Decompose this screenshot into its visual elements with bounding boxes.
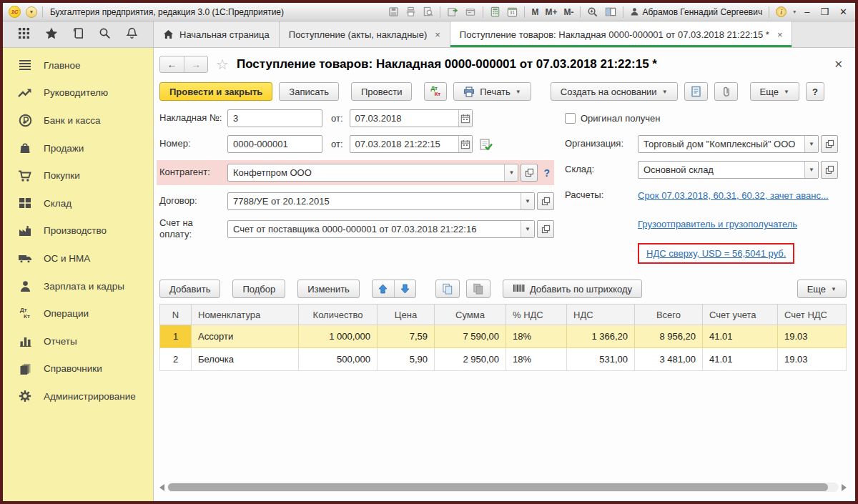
history-icon[interactable] [72,27,84,41]
scroll-right-arrow[interactable] [842,484,847,491]
sidebar-item-fixed-assets[interactable]: ОС и НМА [3,244,153,272]
open-payment-invoice-button[interactable] [537,220,554,238]
memory-recall-button[interactable]: М [531,7,538,17]
dropdown-chevron-icon[interactable]: ▼ [521,221,534,237]
sidebar-item-production[interactable]: Производство [3,217,153,245]
sidebar-item-bank-cash[interactable]: Банк и касса [3,107,153,134]
cell-total[interactable]: 3 481,00 [635,348,703,371]
sidebar-item-manager[interactable]: Руководителю [3,79,153,107]
table-row[interactable]: 2 Белочка 500,000 5,90 2 950,00 18% 531,… [160,348,847,371]
cell-amount[interactable]: 2 950,00 [435,348,506,371]
sidebar-item-sales[interactable]: Продажи [3,134,153,162]
zoom-icon[interactable] [587,6,598,18]
post-and-close-button[interactable]: Провести и закрыть [159,82,272,101]
close-window-button[interactable]: ✕ [837,6,849,17]
vat-settings-link[interactable]: НДС сверху, USD = 56,5041 руб. [646,248,786,259]
calendar-icon[interactable]: 31 [507,6,518,17]
original-received-checkbox[interactable] [565,113,576,124]
consignor-consignee-link[interactable]: Грузоотправитель и грузополучатель [638,219,797,229]
cell-vat[interactable]: 1 366,20 [567,325,635,348]
cell-account[interactable]: 41.01 [703,325,778,348]
move-up-button[interactable] [373,280,394,297]
back-button[interactable]: ← [160,56,184,72]
save-icon[interactable] [388,6,399,17]
calendar-picker-icon[interactable] [458,110,472,127]
calendar-picker-icon[interactable] [458,136,472,152]
dropdown-chevron-icon[interactable]: ▼ [504,164,518,181]
print-preview-icon[interactable] [423,6,433,17]
cell-vat-account[interactable]: 19.03 [778,348,847,371]
table-row[interactable]: 1 Ассорти 1 000,000 7,59 7 590,00 18% 1 … [160,325,847,348]
scrollbar-thumb[interactable] [168,483,828,491]
scrollbar-track[interactable] [167,483,839,492]
send-document-icon[interactable] [447,6,458,17]
dropdown-chevron-icon[interactable]: ▼ [804,136,818,152]
main-menu-button[interactable]: ▼ [26,6,37,18]
print-button[interactable]: Печать▼ [453,82,531,101]
sidebar-item-operations[interactable]: ДтКт Операции [3,300,153,327]
cell-total[interactable]: 8 956,20 [635,325,703,348]
sidebar-item-purchases[interactable]: Покупки [3,162,153,189]
more-button[interactable]: Еще▼ [750,82,799,101]
datetime-input[interactable]: 07.03.2018 21:22:15 [350,136,458,152]
memory-subtract-button[interactable]: М- [563,7,573,17]
create-based-on-button[interactable]: Создать на основании▼ [551,82,678,101]
contract-input[interactable]: 7788/УЕ от 20.12.2015 [228,193,521,209]
cell-vat-percent[interactable]: 18% [506,325,567,348]
memory-add-button[interactable]: М+ [545,7,557,17]
move-down-button[interactable] [394,280,415,297]
favorites-star-icon[interactable] [45,27,58,41]
calculator-icon[interactable] [490,6,500,17]
sidebar-item-warehouse[interactable]: Склад [3,189,153,217]
maximize-button[interactable]: ❒ [818,6,831,17]
notifications-bell-icon[interactable] [126,27,138,41]
post-button[interactable]: Провести [351,82,413,101]
scroll-left-arrow[interactable] [159,484,164,491]
close-tab-icon[interactable]: × [435,29,440,40]
sidebar-item-administration[interactable]: Администрирование [3,382,153,410]
minimize-button[interactable]: – [802,6,812,17]
search-icon[interactable] [99,27,111,41]
cell-quantity[interactable]: 1 000,000 [299,325,378,348]
sidebar-item-main[interactable]: Главное [3,51,153,79]
settlements-link[interactable]: Срок 07.03.2018, 60.31, 60.32, зачет ава… [638,190,829,201]
save-button[interactable]: Записать [279,82,339,101]
attachments-button[interactable] [714,82,738,101]
counterparty-input[interactable]: Конфетпром ООО [228,164,504,181]
dt-kt-button[interactable]: ДтКт [424,82,447,101]
reports-button[interactable] [684,82,708,101]
items-more-button[interactable]: Еще▼ [797,280,847,298]
cell-price[interactable]: 5,90 [378,348,435,371]
cell-vat-percent[interactable]: 18% [506,348,567,371]
cell-vat[interactable]: 531,00 [567,348,635,371]
edit-button[interactable]: Изменить [297,280,360,298]
close-document-icon[interactable]: ✕ [830,58,847,71]
pick-button[interactable]: Подбор [232,280,285,298]
cell-amount[interactable]: 7 590,00 [435,325,506,348]
tab-home[interactable]: Начальная страница [154,21,280,47]
open-warehouse-button[interactable] [821,161,838,179]
dropdown-chevron-icon[interactable]: ▼ [804,162,818,178]
payment-invoice-input[interactable]: Счет от поставщика 0000-000001 от 07.03.… [228,221,521,237]
invoice-date-input[interactable]: 07.03.2018 [350,110,458,127]
cell-quantity[interactable]: 500,000 [299,348,378,371]
warehouse-input[interactable]: Основной склад [638,162,804,178]
tab-receipts-list[interactable]: Поступление (акты, накладные) × [280,21,450,47]
favorite-star-icon[interactable]: ☆ [216,57,229,71]
split-panel-icon[interactable] [605,6,616,17]
organization-input[interactable]: Торговый дом "Комплексный" ООО [638,136,804,152]
open-organization-button[interactable] [821,135,838,153]
info-icon[interactable]: i [776,6,786,17]
close-tab-icon[interactable]: × [777,29,783,40]
apps-grid-icon[interactable] [18,27,30,41]
counterparty-help-link[interactable]: ? [543,167,550,179]
cell-n[interactable]: 1 [160,325,192,348]
forward-button[interactable]: → [184,56,207,72]
cell-nomenclature[interactable]: Ассорти [192,325,299,348]
sidebar-item-directories[interactable]: Справочники [3,355,153,383]
cell-n[interactable]: 2 [160,348,192,371]
cell-vat-account[interactable]: 19.03 [778,325,847,348]
dropdown-chevron-icon[interactable]: ▼ [521,193,534,209]
current-user[interactable]: Абрамов Геннадий Сергеевич [630,7,762,17]
number-input[interactable]: 0000-000001 [227,135,322,153]
